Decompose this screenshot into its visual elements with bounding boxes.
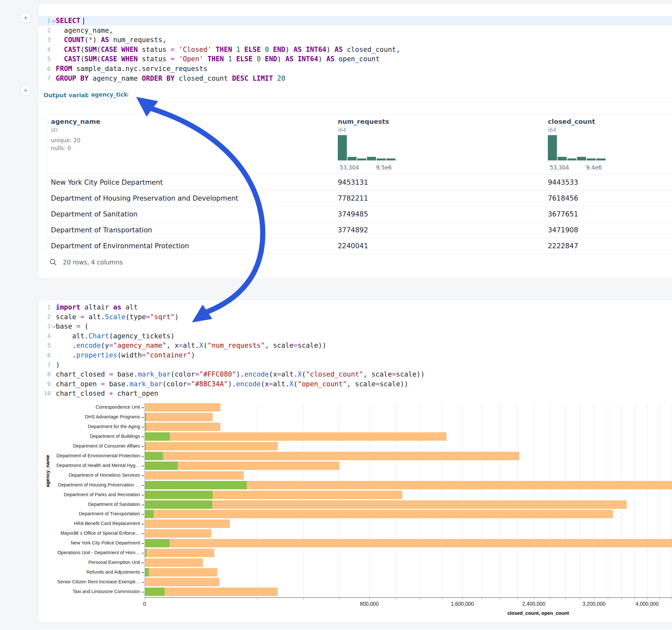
code-token: ) xyxy=(56,361,60,369)
code-token: encode xyxy=(236,380,261,388)
column-header[interactable]: closed_count xyxy=(548,118,595,125)
code-line[interactable]: 5 .encode(y="agency_name", x=alt.X("num_… xyxy=(38,341,672,350)
python-code-editor[interactable]: 1import altair as alt2scale = alt.Scale(… xyxy=(38,302,672,399)
code-line[interactable]: 7GROUP BY agency_name ORDER BY closed_co… xyxy=(38,74,672,83)
code-token: = xyxy=(269,380,273,388)
code-token xyxy=(302,46,306,53)
table-cell: 3774892 xyxy=(338,222,368,238)
code-token: Scale xyxy=(105,313,125,321)
code-token: "open_count" xyxy=(297,380,347,388)
code-line[interactable]: 6FROM sample_data.nyc.service_requests xyxy=(38,64,672,74)
code-token: AS xyxy=(327,55,335,63)
sql-cell: 1SELECT2 agency_name,3 COUNT(*) AS num_r… xyxy=(38,3,672,279)
table-cell: 7618456 xyxy=(548,191,578,207)
code-token: INT64 xyxy=(306,46,327,53)
code-token: ( xyxy=(80,46,85,53)
code-token: + xyxy=(109,390,113,397)
add-cell-button-middle[interactable]: + xyxy=(20,85,31,96)
code-token: = xyxy=(142,351,146,359)
code-token: chart_open xyxy=(56,380,101,388)
code-token: = xyxy=(195,370,199,378)
code-line[interactable]: 3 COUNT(*) AS num_requests, xyxy=(38,35,672,45)
code-token: 0 xyxy=(265,46,269,53)
code-token xyxy=(117,55,122,63)
column-meta: nulls: 0 xyxy=(51,145,71,151)
code-line[interactable]: 3base = ( xyxy=(38,321,672,331)
column-header[interactable]: num_requests xyxy=(338,118,389,125)
histogram-bar xyxy=(597,159,605,161)
table-row[interactable]: New York City Police Department945313194… xyxy=(47,174,672,191)
python-cell: 1import altair as alt2scale = alt.Scale(… xyxy=(38,300,672,623)
code-token: "closed_count" xyxy=(306,370,363,378)
code-token xyxy=(203,55,208,63)
code-token: (color xyxy=(162,380,187,388)
code-line[interactable]: 2scale = alt.Scale(type="sqrt") xyxy=(38,312,672,322)
line-number: 2 xyxy=(38,26,51,35)
code-token: alt. xyxy=(183,342,199,349)
add-cell-button-top[interactable]: + xyxy=(20,12,31,23)
code-token: as xyxy=(113,303,121,311)
code-line[interactable]: 9chart_open = base.mark_bar(color="#8BC3… xyxy=(38,379,672,389)
code-token: , scale xyxy=(265,342,294,349)
histogram-bar xyxy=(347,157,357,161)
fold-chevron-icon[interactable] xyxy=(52,324,56,328)
line-number: 10 xyxy=(38,389,51,398)
line-number: 9 xyxy=(38,379,51,389)
code-token: encode xyxy=(76,342,101,349)
code-token: ( xyxy=(80,55,85,63)
line-number: 7 xyxy=(38,74,51,83)
histogram-max-label: 9.4e6 xyxy=(586,164,602,171)
table-row[interactable]: Department of Transportation377489234719… xyxy=(47,222,672,238)
code-token: mark_bar xyxy=(130,380,162,388)
table-row[interactable]: Department of Environmental Protection22… xyxy=(47,238,672,254)
code-token: = xyxy=(170,55,175,63)
table-cell: 3471908 xyxy=(548,222,578,238)
code-token: = xyxy=(187,380,191,388)
code-token: WHEN xyxy=(121,55,138,63)
table-cell: Department of Environmental Protection xyxy=(51,238,189,254)
column-header[interactable]: agency_name xyxy=(51,118,100,125)
output-variable-pill[interactable]: agency_tickets xyxy=(88,90,128,99)
code-line[interactable]: 4 CAST(SUM(CASE WHEN status = 'Closed' T… xyxy=(38,45,672,54)
code-token: Chart xyxy=(89,332,109,340)
code-token: ). xyxy=(228,380,236,388)
code-line[interactable]: 8chart_closed = base.mark_bar(color="#FF… xyxy=(38,369,672,379)
code-token: "agency_name" xyxy=(113,342,166,349)
code-token: ORDER BY xyxy=(142,75,175,82)
code-token: ) xyxy=(191,351,195,359)
code-text: base = ( xyxy=(56,321,89,331)
code-line[interactable]: 2 agency_name, xyxy=(38,26,672,35)
code-token: closed_count xyxy=(175,75,232,82)
table-cell: 2240041 xyxy=(338,238,368,254)
code-token: (type xyxy=(125,313,146,321)
table-search-icon[interactable] xyxy=(49,258,57,267)
code-token: = xyxy=(101,380,105,388)
code-token: agency_name, xyxy=(56,27,113,34)
code-token: altair xyxy=(80,303,113,311)
code-line[interactable]: 7) xyxy=(38,360,672,370)
column-dtype: str xyxy=(51,127,58,133)
code-line[interactable]: 5 CAST(SUM(CASE WHEN status = 'Open' THE… xyxy=(38,54,672,64)
code-token: COUNT xyxy=(64,36,84,44)
code-token: FROM xyxy=(56,65,72,73)
sql-code-editor[interactable]: 1SELECT2 agency_name,3 COUNT(*) AS num_r… xyxy=(38,16,672,89)
code-text: CAST(SUM(CASE WHEN status = 'Closed' THE… xyxy=(56,45,400,54)
code-line[interactable]: 10chart_closed + chart_open xyxy=(38,389,672,398)
code-token: = xyxy=(76,322,80,330)
code-token: SUM xyxy=(85,46,97,53)
code-line[interactable]: 1import altair as alt xyxy=(38,302,672,312)
code-token: 'Closed' xyxy=(178,46,211,53)
histogram-max-label: 9.5e6 xyxy=(376,164,391,171)
code-text: alt.Chart(agency_tickets) xyxy=(56,331,175,341)
table-row[interactable]: Department of Sanitation37494853677651 xyxy=(47,206,672,222)
table-row[interactable]: Department of Housing Preservation and D… xyxy=(47,190,672,207)
code-token: = xyxy=(80,313,85,321)
code-token: = xyxy=(277,370,281,378)
code-line[interactable]: 4 alt.Chart(agency_tickets) xyxy=(38,331,672,341)
code-line[interactable]: 6 .properties(width="container") xyxy=(38,350,672,360)
code-token: = xyxy=(293,342,297,349)
code-token: SELECT xyxy=(56,17,80,25)
fold-chevron-icon[interactable] xyxy=(52,19,56,23)
code-token: (x xyxy=(261,380,269,388)
code-line[interactable]: 1SELECT xyxy=(38,16,672,26)
